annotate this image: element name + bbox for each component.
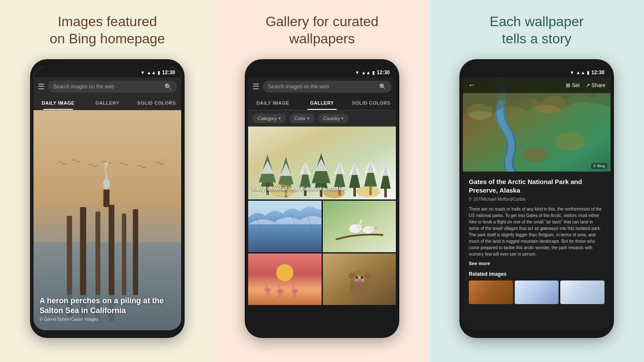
- birds-svg: [323, 201, 396, 252]
- wifi-icon-3: ▲▲: [576, 70, 586, 75]
- search-icon-1: 🔍: [164, 83, 172, 90]
- svg-point-59: [291, 289, 298, 293]
- tab-solid-colors-2[interactable]: SOLID COLORS: [346, 96, 396, 110]
- daily-image-content: A heron perches on a piling at the Salto…: [33, 110, 181, 330]
- gallery-row-1: [248, 201, 396, 252]
- search-icon-2: 🔍: [379, 83, 386, 90]
- panel-2-title: Gallery for curatedwallpapers: [265, 13, 378, 47]
- gallery-top-credit: © Patrick Endres/plainpicture: [252, 192, 344, 196]
- panel-1: Images featuredon Bing homepage ▼ ▲▲ ▮ 1…: [0, 0, 215, 362]
- gallery-glacier[interactable]: [248, 201, 322, 252]
- search-bar-1: ☰ Search images on the web 🔍: [33, 77, 181, 96]
- signal-icon: ▼: [140, 70, 145, 75]
- related-image-2[interactable]: [515, 281, 559, 304]
- svg-rect-8: [103, 190, 109, 207]
- battery-icon: ▮: [158, 70, 160, 75]
- see-more-button[interactable]: See more: [469, 261, 605, 266]
- monkey-svg: [323, 253, 396, 305]
- svg-point-57: [276, 289, 284, 294]
- svg-point-71: [348, 273, 354, 279]
- battery-icon-2: ▮: [372, 70, 375, 75]
- share-button[interactable]: ↗ Share: [586, 82, 605, 88]
- wifi-icon: ▲▲: [147, 70, 156, 75]
- status-icons-3: ▼ ▲▲ ▮ 12:30: [570, 69, 605, 75]
- daily-image-bg: A heron perches on a piling at the Salto…: [33, 110, 181, 330]
- panel-3-title: Each wallpapertells a story: [490, 13, 584, 47]
- back-button[interactable]: ←: [468, 81, 476, 90]
- flamingo-svg: [248, 253, 322, 305]
- svg-point-68: [362, 277, 363, 278]
- svg-rect-35: [384, 189, 387, 197]
- svg-point-10: [104, 162, 109, 166]
- wifi-icon-2: ▲▲: [361, 70, 371, 75]
- svg-point-65: [355, 276, 358, 279]
- search-input-1[interactable]: Search images on the web 🔍: [48, 81, 177, 93]
- chevron-color: ▾: [307, 116, 310, 121]
- bing-watermark: © Bing: [591, 163, 607, 169]
- svg-rect-4: [95, 211, 100, 295]
- filter-color[interactable]: Color ▾: [289, 114, 315, 123]
- tab-gallery-2[interactable]: GALLERY: [298, 96, 347, 110]
- svg-point-67: [357, 277, 358, 278]
- svg-point-60: [292, 280, 295, 282]
- svg-point-46: [356, 186, 380, 197]
- search-input-2[interactable]: Search images on the web 🔍: [263, 81, 392, 93]
- svg-point-52: [368, 226, 374, 231]
- gallery-grid: Early snowfall near Fairbanks, Alaska © …: [248, 127, 396, 330]
- gallery-top-image[interactable]: Early snowfall near Fairbanks, Alaska © …: [248, 127, 396, 199]
- set-wallpaper-button[interactable]: ⊠ Set: [566, 82, 580, 88]
- tab-solid-colors-1[interactable]: SOLID COLORS: [132, 96, 181, 110]
- story-header: ← ⊠ Set ↗ Share: [463, 77, 611, 93]
- svg-rect-5: [109, 205, 114, 295]
- clock-2: 12:30: [377, 69, 390, 75]
- status-bar-3: ▼ ▲▲ ▮ 12:30: [463, 67, 611, 77]
- set-label: Set: [572, 82, 580, 88]
- related-images-row: [469, 281, 605, 304]
- tab-daily-image-2[interactable]: DAILY IMAGE: [248, 96, 298, 110]
- image-caption-credit: © Garret Suhrie/Cavan Images: [39, 317, 175, 322]
- svg-rect-7: [133, 209, 138, 295]
- share-label: Share: [592, 82, 605, 88]
- story-title: Gates of the Arctic National Park and Pr…: [469, 178, 605, 194]
- panel-2: Gallery for curatedwallpapers ▼ ▲▲ ▮ 12:…: [215, 0, 429, 362]
- menu-icon[interactable]: ☰: [38, 82, 45, 91]
- status-bar-1: ▼ ▲▲ ▮ 12:30: [33, 67, 181, 77]
- signal-icon-2: ▼: [355, 70, 360, 75]
- svg-point-77: [524, 147, 548, 162]
- story-credit: © 167/Michael Melford/Corbis: [469, 197, 605, 202]
- svg-rect-2: [67, 216, 72, 295]
- svg-point-72: [365, 273, 371, 279]
- related-image-3[interactable]: [560, 281, 605, 304]
- svg-point-58: [278, 280, 281, 282]
- tab-daily-image-1[interactable]: DAILY IMAGE: [33, 96, 83, 110]
- filter-country[interactable]: Country ▾: [318, 114, 349, 123]
- clock-3: 12:30: [591, 69, 605, 75]
- gallery-flamingo[interactable]: [248, 253, 322, 305]
- phone-1: ▼ ▲▲ ▮ 12:30 ☰ Search images on the web …: [30, 59, 185, 338]
- gallery-birds[interactable]: [323, 201, 396, 252]
- story-content: Gates of the Arctic National Park and Pr…: [463, 172, 611, 330]
- search-bar-2: ☰ Search images on the web 🔍: [248, 77, 396, 96]
- battery-icon-3: ▮: [587, 70, 589, 75]
- hero-image: ← ⊠ Set ↗ Share: [463, 77, 611, 172]
- search-placeholder-1: Search images on the web: [53, 84, 114, 90]
- story-body: There are no roads or trails of any kind…: [469, 206, 605, 257]
- filter-category-label: Category: [258, 116, 277, 121]
- tab-gallery-1[interactable]: GALLERY: [83, 96, 132, 110]
- gallery-row-2: [248, 253, 396, 305]
- menu-icon-2[interactable]: ☰: [252, 82, 259, 91]
- phone-3: ▼ ▲▲ ▮ 12:30 ← ⊠ Set: [459, 59, 614, 338]
- gallery-top-title: Early snowfall near Fairbanks, Alaska: [252, 186, 344, 192]
- svg-point-56: [265, 279, 268, 282]
- story-actions: ⊠ Set ↗ Share: [566, 82, 605, 88]
- related-image-1[interactable]: [469, 281, 513, 304]
- tabs-1: DAILY IMAGE GALLERY SOLID COLORS: [33, 96, 181, 110]
- gallery-monkey[interactable]: [323, 253, 396, 305]
- chevron-country: ▾: [341, 116, 343, 121]
- signal-icon-3: ▼: [570, 70, 574, 75]
- filter-category[interactable]: Category ▾: [252, 114, 286, 123]
- status-icons-1: ▼ ▲▲ ▮ 12:30: [140, 69, 175, 75]
- glacier-svg: [248, 201, 322, 252]
- filter-color-label: Color: [295, 116, 306, 121]
- related-images-title: Related images: [469, 271, 605, 277]
